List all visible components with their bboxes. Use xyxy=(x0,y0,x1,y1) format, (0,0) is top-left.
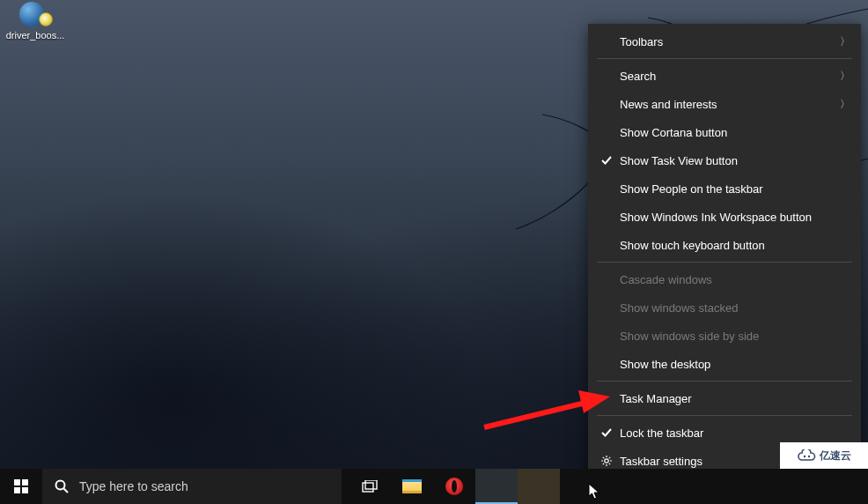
chevron-right-icon: 〉 xyxy=(840,34,850,49)
taskbar-app-running-1[interactable] xyxy=(475,469,518,504)
taskbar: Type here to search xyxy=(0,469,868,504)
start-button[interactable] xyxy=(0,469,42,504)
svg-rect-7 xyxy=(14,487,20,493)
menu-separator xyxy=(597,262,852,263)
svg-point-0 xyxy=(605,459,608,463)
menu-item-side-by-side: Show windows side by side xyxy=(588,322,861,350)
driver-booster-icon xyxy=(18,2,53,28)
menu-item-show-cortana[interactable]: Show Cortana button xyxy=(588,118,861,146)
menu-separator xyxy=(597,415,852,416)
watermark-text: 亿速云 xyxy=(820,448,851,463)
svg-point-9 xyxy=(56,481,65,490)
menu-item-show-taskview[interactable]: Show Task View button xyxy=(588,146,861,174)
menu-item-stacked: Show windows stacked xyxy=(588,293,861,322)
windows-logo-icon xyxy=(14,479,28,493)
task-view-icon xyxy=(362,480,378,493)
menu-item-news-interests[interactable]: News and interests 〉 xyxy=(588,90,861,118)
taskbar-app-opera[interactable] xyxy=(433,469,475,504)
check-icon xyxy=(597,426,616,439)
menu-item-cascade: Cascade windows xyxy=(588,265,861,293)
check-icon xyxy=(597,154,616,167)
taskbar-search-box[interactable]: Type here to search xyxy=(42,469,342,504)
chevron-right-icon: 〉 xyxy=(840,97,850,112)
svg-point-4 xyxy=(808,456,810,457)
opera-icon xyxy=(445,478,463,495)
svg-point-3 xyxy=(804,456,805,457)
svg-rect-11 xyxy=(363,483,373,492)
chevron-right-icon: 〉 xyxy=(840,69,850,84)
watermark-badge: 亿速云 xyxy=(780,442,868,469)
menu-separator xyxy=(597,58,852,59)
svg-rect-6 xyxy=(22,479,28,485)
cloud-icon xyxy=(797,449,816,462)
desktop-icon-label: driver_boos... xyxy=(6,30,65,41)
svg-rect-5 xyxy=(14,479,20,485)
taskbar-icons xyxy=(349,469,560,504)
menu-separator xyxy=(597,381,852,382)
menu-item-show-desktop[interactable]: Show the desktop xyxy=(588,350,861,378)
taskbar-app-running-2[interactable] xyxy=(518,469,560,504)
search-icon xyxy=(55,479,69,493)
svg-rect-12 xyxy=(365,480,377,489)
menu-item-search[interactable]: Search 〉 xyxy=(588,62,861,90)
svg-line-10 xyxy=(64,489,69,493)
taskbar-context-menu: Toolbars 〉 Search 〉 News and interests 〉… xyxy=(588,24,861,478)
file-explorer-icon xyxy=(402,479,422,493)
menu-item-show-touch-keyboard[interactable]: Show touch keyboard button xyxy=(588,231,861,259)
search-placeholder: Type here to search xyxy=(79,479,188,493)
menu-item-toolbars[interactable]: Toolbars 〉 xyxy=(588,27,861,56)
taskbar-app-file-explorer[interactable] xyxy=(391,469,433,504)
menu-item-show-ink[interactable]: Show Windows Ink Workspace button xyxy=(588,203,861,231)
gear-icon xyxy=(597,455,616,467)
menu-item-show-people[interactable]: Show People on the taskbar xyxy=(588,174,861,203)
task-view-button[interactable] xyxy=(349,469,391,504)
desktop-icon-driver-booster[interactable]: driver_boos... xyxy=(4,2,67,41)
menu-item-task-manager[interactable]: Task Manager xyxy=(588,384,861,412)
svg-rect-8 xyxy=(22,487,28,493)
